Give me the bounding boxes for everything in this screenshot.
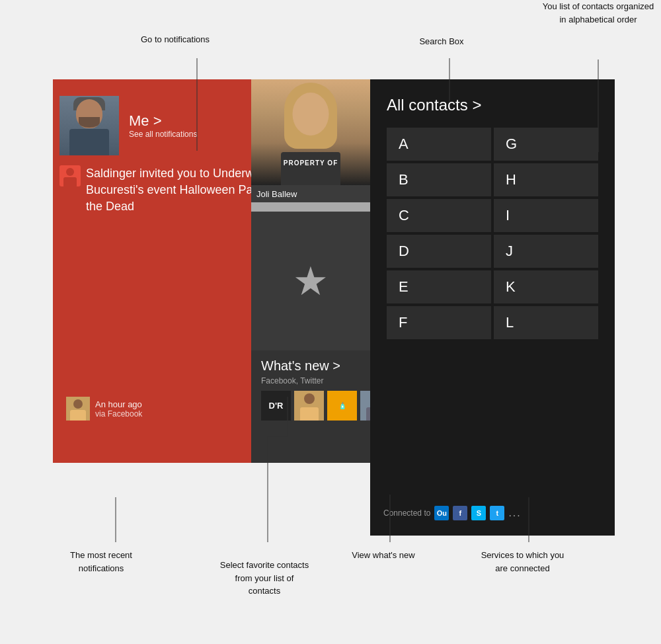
alpha-f[interactable]: F	[387, 306, 491, 339]
thumb-dr: D'R	[261, 391, 291, 421]
annotation-contacts-list: You list of contacts organized in alphab…	[542, 0, 654, 26]
favorites-section[interactable]: ★	[251, 212, 370, 350]
alpha-k[interactable]: K	[494, 270, 598, 303]
annotation-services-connected: Services to which you are connected	[475, 549, 570, 575]
joli-card[interactable]: PROPERTY OF Joli Ballew	[251, 79, 370, 212]
alpha-e[interactable]: E	[387, 270, 491, 303]
twitter-icon[interactable]: t	[490, 506, 504, 520]
joli-name-bar: Joli Ballew	[251, 185, 370, 202]
alpha-l[interactable]: L	[494, 306, 598, 339]
see-all-notifications[interactable]: See all notifications	[129, 130, 197, 139]
outlook-icon[interactable]: Ou	[434, 506, 449, 520]
annotation-most-recent: The most recent notifications	[58, 549, 144, 575]
star-icon: ★	[293, 258, 329, 304]
alpha-j[interactable]: J	[494, 235, 598, 268]
property-of-text: PROPERTY OF	[251, 159, 370, 167]
contacts-panel: All contacts > AGBHCIDJEKFL Connected to…	[370, 79, 615, 536]
joli-photo: PROPERTY OF	[251, 79, 370, 185]
facebook-icon[interactable]: f	[453, 506, 467, 520]
app-container: People 🔍 Me > See all notifications	[53, 79, 621, 536]
alpha-i[interactable]: I	[494, 199, 598, 232]
all-contacts-header[interactable]: All contacts >	[370, 79, 615, 128]
avatar	[59, 96, 119, 155]
joli-name: Joli Ballew	[256, 189, 297, 199]
body	[69, 129, 109, 155]
thumb-orange: 🧴	[327, 391, 357, 421]
annotation-search-box: Search Box	[408, 35, 475, 48]
notification-time: An hour ago	[95, 399, 142, 409]
alpha-d[interactable]: D	[387, 235, 491, 268]
connected-bar: Connected to Ou f S t ...	[370, 501, 615, 526]
annotation-select-favorite: Select favorite contacts from your list …	[218, 559, 311, 598]
alphabet-grid: AGBHCIDJEKFL	[370, 128, 615, 339]
annotation-go-to-notifications: Go to notifications	[132, 33, 218, 46]
alpha-c[interactable]: C	[387, 199, 491, 232]
notification-meta-text: An hour ago via Facebook	[95, 399, 142, 419]
connected-label: Connected to	[383, 508, 430, 518]
alpha-h[interactable]: H	[494, 163, 598, 196]
annotation-view-whats-new: View what's new	[347, 549, 420, 562]
skype-icon[interactable]: S	[471, 506, 486, 520]
notification-user-thumb	[59, 165, 81, 186]
beard	[79, 117, 100, 128]
notification-meta: An hour ago via Facebook	[66, 397, 142, 421]
me-label: Me >	[129, 112, 197, 130]
me-info: Me > See all notifications	[129, 112, 197, 139]
more-services: ...	[508, 507, 521, 519]
alpha-b[interactable]: B	[387, 163, 491, 196]
joli-face	[293, 93, 329, 136]
notification-via: via Facebook	[95, 409, 142, 419]
joli-shirt	[281, 152, 340, 185]
alpha-g[interactable]: G	[494, 128, 598, 161]
notif-thumbnail	[66, 397, 90, 421]
alpha-a[interactable]: A	[387, 128, 491, 161]
thumb-person	[294, 391, 324, 421]
